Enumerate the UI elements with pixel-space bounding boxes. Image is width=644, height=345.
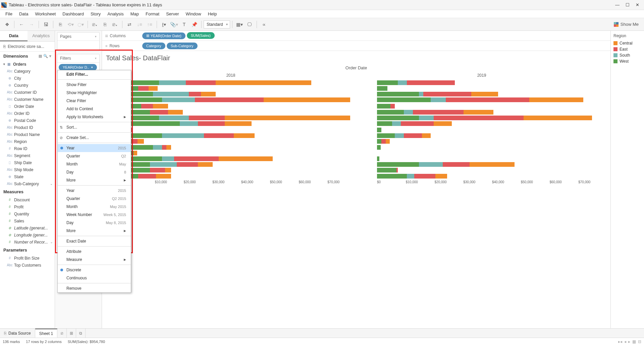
field-segment[interactable]: AbcSegment	[0, 152, 55, 159]
pill-year-order-date-[interactable]: ⊞YEAR(Order Date)	[142, 32, 185, 39]
pill-sub-category[interactable]: Sub-Category	[167, 43, 198, 49]
field-sub-category[interactable]: AbcSub-Category⌄	[0, 180, 55, 187]
menuitem-day[interactable]: Day8	[58, 168, 131, 176]
menuitem-edit-filter-[interactable]: Edit Filter...	[58, 70, 131, 78]
menuitem-quarter[interactable]: QuarterQ2	[58, 152, 131, 160]
forward-button[interactable]: →	[27, 20, 36, 29]
menu-map[interactable]: Map	[127, 11, 142, 16]
close-button[interactable]: ✕	[636, 2, 639, 7]
field-longitude-gener-[interactable]: ⊕Longitude (gener...	[0, 231, 55, 238]
group-button[interactable]: 📎▾	[170, 20, 178, 29]
menu-worksheet[interactable]: Worksheet	[32, 11, 59, 16]
field-discount[interactable]: #Discount	[0, 196, 55, 203]
field-product-id[interactable]: AbcProduct ID	[0, 124, 55, 131]
showme-button[interactable]: Show Me	[610, 22, 642, 27]
table-orders[interactable]: ▦Orders	[0, 61, 55, 68]
new-datasource-button[interactable]: ⎘	[56, 20, 65, 29]
cards-button[interactable]: ▦▾	[235, 20, 244, 29]
nav-first-icon[interactable]: ▸◂	[618, 339, 622, 344]
field-latitude-generat-[interactable]: ⊕Latitude (generat...	[0, 224, 55, 231]
field-order-id[interactable]: AbcOrder ID	[0, 110, 55, 117]
field-sales[interactable]: #Sales	[0, 217, 55, 224]
field-city[interactable]: ⊕City	[0, 75, 55, 82]
nav-next-icon[interactable]: ▸	[628, 339, 630, 344]
menuitem-show-filter[interactable]: Show Filter	[58, 81, 131, 89]
tableau-icon[interactable]: ❖	[3, 20, 11, 29]
menuitem-sort-[interactable]: ⇅Sort...	[58, 123, 131, 131]
new-story-tab[interactable]: ⧉	[76, 329, 86, 338]
field-product-name[interactable]: AbcProduct Name	[0, 131, 55, 138]
filter-pill-year-orderdate[interactable]: YEAR(Order D..▾	[59, 64, 97, 71]
menu-caret-icon[interactable]: ▾	[49, 54, 51, 58]
menuitem-year[interactable]: Year2015	[58, 144, 131, 152]
field-number-of-recor-[interactable]: #Number of Recor...⌄	[0, 238, 55, 246]
field-customer-id[interactable]: AbcCustomer ID	[0, 89, 55, 96]
new-worksheet-tab[interactable]: ⎚	[57, 329, 67, 338]
menuitem-create-set-[interactable]: ⊘Create Set...	[58, 134, 131, 142]
field-category[interactable]: AbcCategory	[0, 68, 55, 75]
field-customer-name[interactable]: AbcCustomer Name	[0, 96, 55, 103]
menuitem-exact-date[interactable]: Exact Date	[58, 237, 131, 245]
field-ship-date[interactable]: ⌷Ship Date	[0, 159, 55, 166]
legend-item-south[interactable]: South	[613, 52, 641, 58]
menuitem-week-number[interactable]: Week NumberWeek 5, 2015	[58, 211, 131, 219]
pause-button[interactable]: ◌▾	[76, 20, 85, 29]
new-worksheet-button[interactable]: ⎚▾	[91, 20, 99, 29]
field-order-date[interactable]: ⌷Order Date	[0, 103, 55, 110]
chart[interactable]: Sub-CategoryOrder Date2018CanonGoProNiko…	[105, 65, 607, 184]
menuitem-more[interactable]: More▶	[58, 227, 131, 235]
view-icon[interactable]: ▤	[39, 54, 42, 58]
field-quantity[interactable]: #Quantity	[0, 210, 55, 217]
menuitem-remove[interactable]: Remove	[58, 284, 131, 292]
menuitem-apply-to-worksheets[interactable]: Apply to Worksheets▶	[58, 113, 131, 121]
tab-sheet1[interactable]: Sheet 1	[35, 329, 57, 338]
field-profit-bin-size[interactable]: #Profit Bin Size	[0, 255, 55, 262]
fit-select[interactable]: Standard	[204, 20, 230, 28]
field-country[interactable]: ⊕Country	[0, 82, 55, 89]
save-button[interactable]: 🖫	[42, 20, 50, 29]
nav-film-icon[interactable]: ⊟	[638, 339, 641, 344]
back-button[interactable]: ←	[17, 20, 26, 29]
menu-story[interactable]: Story	[87, 11, 104, 16]
share-button[interactable]: ∝	[260, 20, 268, 29]
viz-title[interactable]: Total Sales- DataFlair	[102, 51, 610, 65]
menuitem-month[interactable]: MonthMay	[58, 160, 131, 168]
menuitem-year[interactable]: Year2015	[58, 187, 131, 195]
menu-dashboard[interactable]: Dashboard	[59, 11, 87, 16]
nav-grid-icon[interactable]: ▦	[632, 339, 636, 344]
new-dashboard-tab[interactable]: ⊞	[67, 329, 76, 338]
menuitem-clear-filter[interactable]: Clear Filter	[58, 97, 131, 105]
sort-asc-button[interactable]: ↓≡	[135, 20, 144, 29]
refresh-button[interactable]: ⟲▾	[66, 20, 75, 29]
menuitem-add-to-context[interactable]: Add to Context	[58, 105, 131, 113]
search-icon[interactable]: 🔍	[43, 54, 48, 58]
tab-analytics[interactable]: Analytics	[28, 31, 55, 41]
pin-button[interactable]: 📌	[190, 20, 199, 29]
menuitem-more[interactable]: More▶	[58, 176, 131, 184]
menuitem-discrete[interactable]: Discrete	[58, 266, 131, 274]
sort-desc-button[interactable]: ↑≡	[145, 20, 154, 29]
field-state[interactable]: ⊕State	[0, 173, 55, 180]
menuitem-month[interactable]: MonthMay 2015	[58, 203, 131, 211]
menuitem-attribute[interactable]: Attribute	[58, 248, 131, 256]
datasource-item[interactable]: ⎘ Electronic store sa...	[0, 42, 55, 52]
labels-button[interactable]: T	[180, 20, 189, 29]
menuitem-continuous[interactable]: Continuous	[58, 274, 131, 282]
menu-server[interactable]: Server	[163, 11, 182, 16]
nav-prev-icon[interactable]: ◂	[624, 339, 626, 344]
menu-analysis[interactable]: Analysis	[104, 11, 127, 16]
menu-format[interactable]: Format	[142, 11, 163, 16]
field-profit[interactable]: #Profit	[0, 203, 55, 210]
presentation-button[interactable]: 🖵	[245, 20, 254, 29]
menuitem-day[interactable]: DayMay 8, 2015	[58, 219, 131, 227]
tab-datasource[interactable]: ⎘Data Source	[0, 329, 35, 338]
tab-data[interactable]: Data	[0, 31, 28, 41]
menu-file[interactable]: File	[2, 11, 16, 16]
pages-shelf[interactable]: Pages▾	[57, 32, 100, 51]
swap-button[interactable]: ⇄	[125, 20, 134, 29]
legend-item-central[interactable]: Central	[613, 40, 641, 46]
legend-item-west[interactable]: West	[613, 58, 641, 64]
maximize-button[interactable]: ☐	[626, 2, 630, 7]
duplicate-button[interactable]: ⎘	[101, 20, 109, 29]
field-postal-code[interactable]: ⊕Postal Code	[0, 117, 55, 124]
